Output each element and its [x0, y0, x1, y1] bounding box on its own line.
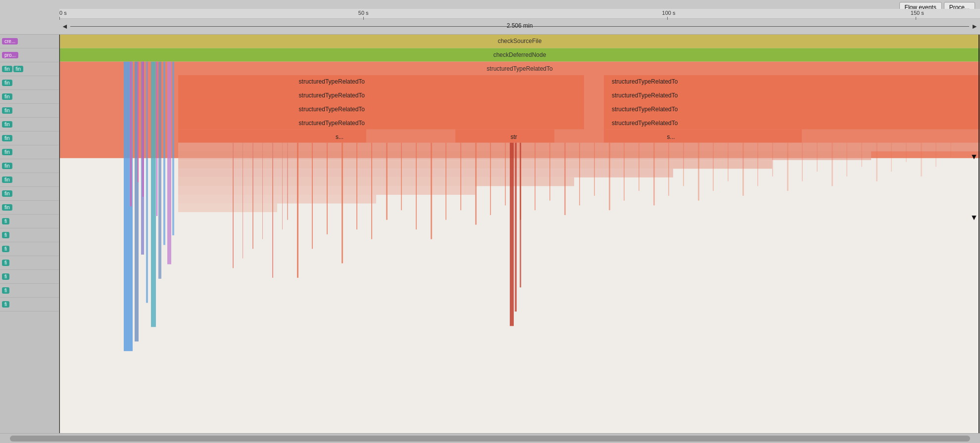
- label-chip-fin-2: fin: [13, 66, 24, 72]
- svg-rect-0: [59, 35, 980, 48]
- svg-rect-82: [172, 62, 174, 235]
- svg-rect-38: [535, 143, 536, 211]
- label-row-fi-2: fi: [0, 228, 59, 242]
- svg-rect-35: [490, 143, 491, 215]
- ruler-label-0s: 0 s: [59, 10, 67, 16]
- duration-label: 2.506 min: [507, 22, 533, 29]
- label-chip-fin-3: fin: [2, 80, 12, 86]
- svg-rect-33: [460, 143, 461, 211]
- svg-rect-48: [683, 143, 684, 186]
- svg-rect-37: [520, 143, 521, 220]
- svg-rect-83: [130, 62, 132, 207]
- label-chip-fi-6: fi: [2, 287, 9, 294]
- svg-rect-88: [510, 143, 514, 326]
- svg-rect-19: [178, 186, 475, 195]
- svg-rect-41: [579, 143, 580, 206]
- svg-rect-15: [178, 151, 871, 160]
- duration-line: 2.506 min: [70, 26, 969, 27]
- label-row-create: cre...: [0, 35, 59, 48]
- svg-rect-53: [757, 143, 758, 186]
- label-chip-fi-2: fi: [2, 232, 9, 238]
- svg-rect-31: [431, 143, 432, 239]
- svg-text:▼: ▼: [970, 213, 978, 222]
- duration-arrow-right: ►: [969, 22, 980, 30]
- label-chip-fin-12: fin: [2, 204, 12, 211]
- svg-rect-63: [906, 143, 907, 162]
- svg-rect-7: [178, 102, 584, 116]
- ruler-label-50s: 50 s: [358, 10, 369, 16]
- ruler-track: 0 s 50 s 100 s 150 s: [59, 9, 980, 19]
- svg-rect-10: [604, 116, 980, 129]
- svg-rect-79: [158, 62, 161, 279]
- label-row-fin-4: fin: [0, 90, 59, 104]
- label-chip-fin-11: fin: [2, 190, 12, 197]
- svg-rect-34: [475, 143, 477, 225]
- svg-rect-59: [846, 143, 847, 177]
- svg-rect-56: [802, 143, 803, 181]
- label-chip-fi-5: fi: [2, 273, 9, 280]
- label-chip-fin-9: fin: [2, 163, 12, 169]
- svg-rect-62: [891, 143, 892, 172]
- label-chip-fi-1: fi: [2, 218, 9, 224]
- svg-rect-73: [287, 143, 288, 220]
- structured-label-4: structuredTypeRelatedTo: [299, 120, 365, 127]
- label-row-fin-fin: fin fin: [0, 62, 59, 76]
- svg-rect-29: [401, 143, 402, 211]
- svg-rect-30: [416, 143, 417, 230]
- svg-rect-65: [935, 143, 936, 167]
- svg-rect-27: [371, 143, 372, 239]
- label-row-fi-3: fi: [0, 242, 59, 256]
- svg-rect-72: [282, 143, 283, 230]
- svg-rect-16: [178, 160, 772, 169]
- svg-rect-58: [832, 143, 833, 186]
- svg-rect-51: [728, 143, 729, 181]
- svg-rect-13: [604, 129, 802, 142]
- bottom-scrollbar[interactable]: [0, 433, 980, 443]
- svg-rect-25: [342, 143, 343, 264]
- label-row-fin-6: fin: [0, 118, 59, 132]
- svg-rect-61: [876, 143, 878, 181]
- top-bar: Flow events Proce... 0 s 50 s 100 s 150 …: [0, 0, 980, 35]
- svg-rect-46: [653, 143, 655, 206]
- svg-rect-6: [604, 89, 980, 102]
- svg-rect-89: [515, 143, 517, 312]
- svg-rect-2: [59, 62, 980, 158]
- duration-arrow-left: ◄: [59, 22, 70, 30]
- svg-rect-84: [138, 62, 139, 182]
- label-row-fin-8: fin: [0, 145, 59, 159]
- svg-rect-50: [713, 143, 714, 191]
- structured-label-7: structuredTypeRelatedTo: [612, 106, 678, 113]
- svg-rect-32: [445, 143, 446, 220]
- svg-rect-21: [178, 204, 277, 213]
- svg-rect-36: [505, 143, 506, 206]
- svg-rect-14: [178, 143, 980, 152]
- label-row-fin-9: fin: [0, 159, 59, 173]
- structured-label-1: structuredTypeRelatedTo: [299, 78, 365, 85]
- svg-text:▼: ▼: [970, 152, 978, 161]
- svg-rect-68: [243, 143, 243, 259]
- svg-rect-49: [698, 143, 699, 201]
- label-row-fi-6: fi: [0, 284, 59, 298]
- svg-rect-40: [564, 143, 566, 215]
- svg-rect-64: [921, 143, 922, 177]
- svg-rect-24: [327, 143, 328, 234]
- label-row-fin-12: fin: [0, 201, 59, 215]
- duration-bar: ◄ 2.506 min ►: [59, 21, 980, 32]
- flame-area[interactable]: ▼ ▼ checkSourceFile checkDeferredNode st…: [59, 35, 980, 433]
- svg-rect-66: [950, 143, 951, 157]
- svg-rect-43: [609, 143, 610, 211]
- ruler-label-100s: 100 s: [662, 10, 676, 16]
- svg-rect-18: [178, 177, 574, 186]
- scrollbar-thumb[interactable]: [10, 436, 970, 442]
- label-row-pro: pro...: [0, 48, 59, 62]
- svg-rect-76: [141, 62, 144, 255]
- label-row-fin-10: fin: [0, 173, 59, 187]
- label-chip-fi-7: fi: [2, 301, 9, 308]
- label-chip-fin-10: fin: [2, 177, 12, 183]
- svg-rect-75: [135, 62, 139, 342]
- svg-rect-23: [312, 143, 313, 249]
- svg-rect-28: [386, 143, 388, 220]
- structured-label-5: structuredTypeRelatedTo: [612, 78, 678, 85]
- label-row-fi-5: fi: [0, 270, 59, 284]
- ruler-label-150s: 150 s: [911, 10, 924, 16]
